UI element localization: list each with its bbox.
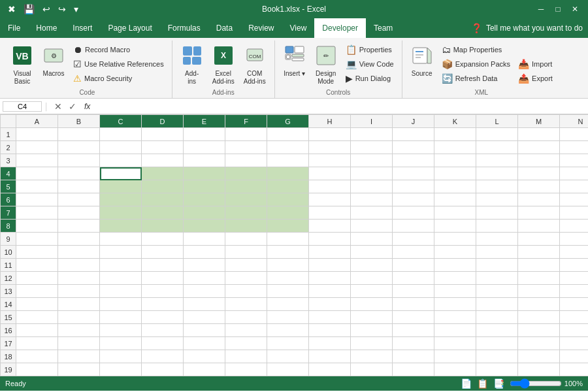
cell-A14[interactable]	[16, 298, 58, 311]
row-header-17[interactable]: 17	[1, 337, 16, 350]
minimize-button[interactable]: ─	[533, 3, 549, 16]
cell-H17[interactable]	[309, 337, 351, 350]
row-header-11[interactable]: 11	[1, 259, 16, 272]
cell-I17[interactable]	[351, 337, 393, 350]
cell-N14[interactable]	[560, 298, 589, 311]
cell-G12[interactable]	[267, 272, 309, 285]
cell-J8[interactable]	[393, 220, 434, 233]
page-break-view-button[interactable]: 📑	[493, 378, 504, 389]
cell-D15[interactable]	[142, 311, 184, 324]
cell-H15[interactable]	[309, 311, 351, 324]
cell-J13[interactable]	[393, 285, 434, 298]
cell-I18[interactable]	[351, 350, 393, 363]
row-header-12[interactable]: 12	[1, 272, 16, 285]
cell-A11[interactable]	[16, 259, 58, 272]
cell-D17[interactable]	[142, 337, 184, 350]
cell-A2[interactable]	[16, 141, 58, 154]
cell-A12[interactable]	[16, 272, 58, 285]
cell-L7[interactable]	[476, 206, 518, 220]
cell-B16[interactable]	[58, 324, 100, 337]
cell-K12[interactable]	[434, 272, 476, 285]
cell-F2[interactable]	[225, 141, 267, 154]
cell-I1[interactable]	[351, 128, 393, 141]
cell-L16[interactable]	[476, 324, 518, 337]
cell-F1[interactable]	[225, 128, 267, 141]
cell-F14[interactable]	[225, 298, 267, 311]
cell-D14[interactable]	[142, 298, 184, 311]
col-header-L[interactable]: L	[476, 115, 518, 128]
cell-B7[interactable]	[58, 206, 100, 220]
com-add-ins-button[interactable]: COM COMAdd-ins	[240, 43, 269, 88]
cell-J19[interactable]	[393, 363, 434, 376]
menu-item-view[interactable]: View	[282, 18, 315, 38]
cell-F17[interactable]	[225, 337, 267, 350]
cell-L2[interactable]	[476, 141, 518, 154]
cell-H16[interactable]	[309, 324, 351, 337]
menu-item-formulas[interactable]: Formulas	[160, 18, 208, 38]
cell-L11[interactable]	[476, 259, 518, 272]
cell-F19[interactable]	[225, 363, 267, 376]
cell-B1[interactable]	[58, 128, 100, 141]
cell-J7[interactable]	[393, 206, 434, 220]
refresh-data-button[interactable]: 🔄 Refresh Data	[439, 72, 513, 85]
cell-B14[interactable]	[58, 298, 100, 311]
undo-quick-btn[interactable]: ↩	[40, 3, 53, 16]
cell-B5[interactable]	[58, 180, 100, 193]
col-header-E[interactable]: E	[184, 115, 225, 128]
cell-E4[interactable]	[184, 167, 225, 180]
row-header-3[interactable]: 3	[1, 154, 16, 167]
cell-N7[interactable]	[560, 206, 589, 220]
cell-C11[interactable]	[100, 259, 142, 272]
cell-F13[interactable]	[225, 285, 267, 298]
cell-K10[interactable]	[434, 246, 476, 259]
cell-K5[interactable]	[434, 180, 476, 193]
cell-C12[interactable]	[100, 272, 142, 285]
cell-D6[interactable]	[142, 193, 184, 206]
cell-M12[interactable]	[518, 272, 560, 285]
cell-L13[interactable]	[476, 285, 518, 298]
menu-item-developer[interactable]: Developer	[314, 18, 366, 38]
cell-F8[interactable]	[225, 220, 267, 233]
source-button[interactable]: Source	[408, 43, 436, 80]
cell-L19[interactable]	[476, 363, 518, 376]
cell-A5[interactable]	[16, 180, 58, 193]
cell-E12[interactable]	[184, 272, 225, 285]
cell-F16[interactable]	[225, 324, 267, 337]
cell-H2[interactable]	[309, 141, 351, 154]
quick-access-dropdown[interactable]: ▾	[71, 3, 81, 16]
col-header-H[interactable]: H	[309, 115, 351, 128]
cell-M17[interactable]	[518, 337, 560, 350]
cell-G13[interactable]	[267, 285, 309, 298]
menu-item-page-layout[interactable]: Page Layout	[100, 18, 159, 38]
cell-A1[interactable]	[16, 128, 58, 141]
cell-J18[interactable]	[393, 350, 434, 363]
cell-L14[interactable]	[476, 298, 518, 311]
cell-F9[interactable]	[225, 233, 267, 246]
cell-M15[interactable]	[518, 311, 560, 324]
cell-I5[interactable]	[351, 180, 393, 193]
col-header-N[interactable]: N	[560, 115, 589, 128]
cell-M19[interactable]	[518, 363, 560, 376]
cell-F4[interactable]	[225, 167, 267, 180]
cell-B17[interactable]	[58, 337, 100, 350]
cell-I16[interactable]	[351, 324, 393, 337]
cell-F7[interactable]	[225, 206, 267, 220]
col-header-G[interactable]: G	[267, 115, 309, 128]
cell-M8[interactable]	[518, 220, 560, 233]
col-header-D[interactable]: D	[142, 115, 184, 128]
cell-D4[interactable]	[142, 167, 184, 180]
cell-M11[interactable]	[518, 259, 560, 272]
cell-J2[interactable]	[393, 141, 434, 154]
cell-L12[interactable]	[476, 272, 518, 285]
cell-E10[interactable]	[184, 246, 225, 259]
cell-C6[interactable]	[100, 193, 142, 206]
cell-F5[interactable]	[225, 180, 267, 193]
close-button[interactable]: ✕	[567, 3, 583, 16]
cell-B4[interactable]	[58, 167, 100, 180]
cell-H9[interactable]	[309, 233, 351, 246]
cell-G5[interactable]	[267, 180, 309, 193]
cell-N10[interactable]	[560, 246, 589, 259]
row-header-2[interactable]: 2	[1, 141, 16, 154]
cell-N4[interactable]	[560, 167, 589, 180]
menu-item-data[interactable]: Data	[208, 18, 240, 38]
